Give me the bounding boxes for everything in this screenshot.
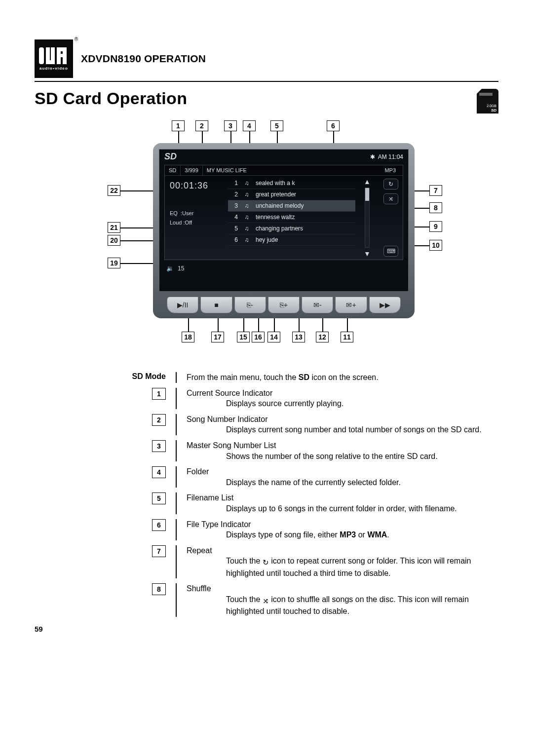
- callout-6: 6: [327, 120, 340, 131]
- repeat-icon: ↻: [263, 558, 269, 567]
- callout-7: 7: [429, 185, 442, 196]
- def-callout: 8: [152, 583, 166, 595]
- def-text: Shuffle Touch the ⤨ icon to shuffle all …: [187, 583, 498, 616]
- callout-21: 21: [108, 222, 120, 233]
- song-counter: 3/999: [181, 165, 203, 175]
- sd-card-icon: 2.0GB SD: [477, 89, 498, 113]
- folder-plus-button[interactable]: ✉+: [335, 297, 367, 313]
- callout-20: 20: [108, 235, 120, 246]
- callout-2: 2: [195, 120, 208, 131]
- callout-8: 8: [429, 202, 442, 213]
- section-title: SD Card Operation: [35, 89, 187, 108]
- def-callout: 2: [152, 414, 166, 426]
- source-indicator: SD: [165, 165, 181, 175]
- music-note-icon: ♫: [243, 180, 251, 187]
- list-item[interactable]: 6♫hey jude: [228, 234, 355, 246]
- callout-5: 5: [270, 120, 283, 131]
- brand-subtitle: audio•video: [39, 66, 68, 71]
- def-text: Song Number Indicator Displays current s…: [187, 414, 498, 435]
- svg-rect-7: [57, 54, 67, 57]
- def-callout: 1: [152, 388, 166, 400]
- filetype-indicator: MP3: [381, 165, 403, 175]
- list-item[interactable]: 1♫sealed with a k: [228, 178, 355, 189]
- folder-minus-button[interactable]: ✉-: [302, 297, 333, 313]
- play-pause-button[interactable]: ▶/II: [167, 297, 198, 313]
- def-text: Master Song Number List Shows the number…: [187, 440, 498, 461]
- def-text: Filename List Displays up to 6 songs in …: [187, 492, 498, 514]
- list-item[interactable]: 2♫great pretender: [228, 189, 355, 200]
- scroll-up-icon[interactable]: ▲: [364, 178, 371, 186]
- keyboard-button[interactable]: ⌨: [383, 246, 398, 257]
- device-screen: SD ✱ AM 11:04 SD 3/999 MY MUSIC LIFE MP3…: [159, 149, 409, 292]
- repeat-button[interactable]: ↻: [383, 179, 398, 189]
- callout-10: 10: [429, 240, 442, 251]
- callout-16: 16: [252, 332, 265, 342]
- callout-17: 17: [211, 332, 224, 342]
- track-list: 1♫sealed with a k 2♫great pretender 3♫un…: [228, 176, 355, 260]
- list-item[interactable]: 4♫tennesse waltz: [228, 212, 355, 223]
- svg-rect-0: [39, 47, 44, 64]
- loud-value: :Off: [184, 220, 192, 226]
- brand-logo: ® audio•video: [35, 39, 73, 78]
- callout-11: 11: [341, 332, 353, 342]
- elapsed-time: 00:01:36: [170, 181, 223, 191]
- page-header-title: XDVDN8190 OPERATION: [81, 53, 206, 65]
- toolbar: ▶/II ■ ⎘- ⎘+ ✉- ✉+ ▶▶: [167, 297, 401, 313]
- def-callout: 6: [152, 519, 166, 531]
- list-item[interactable]: 5♫changing partners: [228, 223, 355, 234]
- fast-forward-button[interactable]: ▶▶: [369, 297, 401, 313]
- music-note-icon: ♫: [243, 225, 251, 232]
- volume-value: 15: [178, 265, 184, 272]
- callout-15: 15: [237, 332, 250, 342]
- callout-4: 4: [243, 120, 256, 131]
- scrollbar[interactable]: [365, 188, 370, 248]
- def-callout: 7: [152, 545, 166, 557]
- def-text: Folder Displays the name of the currentl…: [187, 466, 498, 488]
- clock-label: AM 11:04: [378, 153, 403, 160]
- device-diagram: 1 2 3 4 5 6 22 21 20 19 7 8 9 10 18 17: [114, 118, 459, 365]
- music-note-icon: ♫: [243, 191, 251, 198]
- sd-mode-text: From the main menu, touch the SD icon on…: [187, 372, 498, 383]
- bluetooth-icon: ✱: [370, 153, 375, 160]
- list-item[interactable]: 3♫unchained melody: [228, 200, 355, 212]
- sd-logo-icon: SD: [164, 151, 177, 162]
- callout-1: 1: [172, 120, 185, 131]
- callout-9: 9: [429, 221, 442, 232]
- device-frame: SD ✱ AM 11:04 SD 3/999 MY MUSIC LIFE MP3…: [153, 143, 415, 318]
- callout-22: 22: [108, 185, 120, 196]
- callout-13: 13: [292, 332, 305, 342]
- def-callout: 4: [152, 466, 166, 478]
- def-callout: 3: [152, 440, 166, 452]
- eq-value: :User: [181, 210, 193, 216]
- callout-3: 3: [224, 120, 237, 131]
- shuffle-icon: ⤨: [263, 596, 269, 606]
- shuffle-button[interactable]: ⤨: [383, 193, 398, 204]
- speaker-icon: 🔉: [166, 265, 174, 272]
- folder-name: MY MUSIC LIFE: [203, 165, 381, 175]
- music-note-icon: ♫: [243, 214, 251, 221]
- svg-rect-3: [51, 47, 55, 64]
- callout-19: 19: [108, 258, 120, 268]
- page-minus-button[interactable]: ⎘-: [234, 297, 266, 313]
- def-text: File Type Indicator Displays type of son…: [187, 519, 498, 540]
- callout-14: 14: [267, 332, 280, 342]
- def-text: Repeat Touch the ↻ icon to repeat curren…: [187, 545, 498, 578]
- callout-18: 18: [182, 332, 194, 342]
- sd-mode-label: SD Mode: [122, 372, 176, 381]
- page-number: 59: [35, 625, 498, 633]
- def-text: Current Source Indicator Displays source…: [187, 388, 498, 409]
- eq-label: EQ: [170, 210, 178, 216]
- music-note-icon: ♫: [243, 202, 251, 209]
- music-note-icon: ♫: [243, 236, 251, 243]
- callout-12: 12: [316, 332, 329, 342]
- scroll-down-icon[interactable]: ▼: [364, 250, 371, 258]
- stop-button[interactable]: ■: [200, 297, 232, 313]
- def-callout: 5: [152, 492, 166, 504]
- page-plus-button[interactable]: ⎘+: [268, 297, 300, 313]
- loud-label: Loud: [170, 220, 182, 226]
